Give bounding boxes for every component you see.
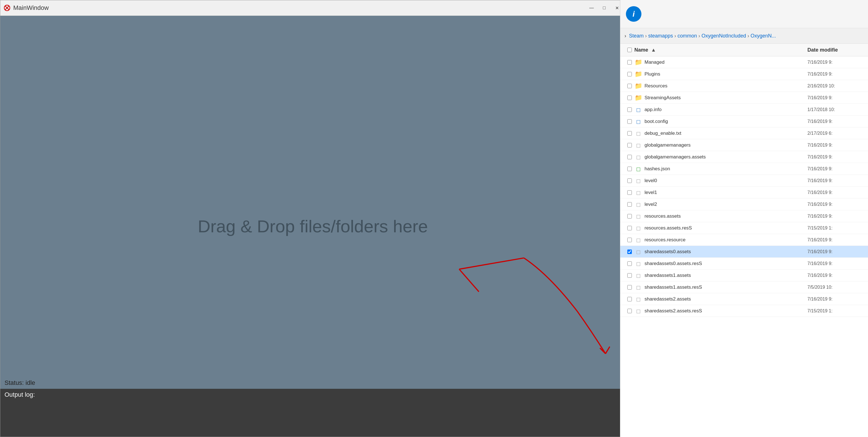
breadcrumb-steamapps[interactable]: steamapps	[648, 33, 673, 39]
select-all-checkbox[interactable]	[627, 48, 632, 52]
list-item[interactable]: ◻ resources.resource 7/16/2019 9:	[620, 234, 868, 246]
item-checkbox[interactable]	[627, 214, 632, 218]
list-item[interactable]: ◻ resources.assets 7/16/2019 9:	[620, 210, 868, 222]
svg-line-6	[606, 347, 610, 354]
item-checkbox[interactable]	[627, 119, 632, 124]
file-date: 7/16/2019 9:	[807, 178, 864, 183]
list-item[interactable]: ◻ globalgamemanagers.assets 7/16/2019 9:	[620, 151, 868, 163]
item-checkbox[interactable]	[627, 84, 632, 88]
file-checkbox[interactable]	[624, 119, 634, 124]
list-item[interactable]: ◻ sharedassets0.assets.resS 7/16/2019 9:	[620, 258, 868, 269]
item-checkbox[interactable]	[627, 72, 632, 77]
file-name: boot.config	[645, 119, 807, 124]
maximize-button[interactable]: □	[598, 3, 610, 12]
file-checkbox[interactable]	[624, 250, 634, 254]
file-checkbox[interactable]	[624, 261, 634, 266]
file-checkbox[interactable]	[624, 226, 634, 230]
list-item[interactable]: ◻ debug_enable.txt 2/17/2019 6:	[620, 127, 868, 139]
file-checkbox[interactable]	[624, 131, 634, 136]
explorer-header: i	[620, 0, 868, 28]
list-item[interactable]: 📁 StreamingAssets 7/16/2019 9:	[620, 92, 868, 104]
breadcrumb-common[interactable]: common	[678, 33, 697, 39]
item-checkbox[interactable]	[627, 131, 632, 136]
file-icon-generic: ◻	[634, 236, 642, 244]
list-item[interactable]: ◻ sharedassets1.assets 7/16/2019 9:	[620, 269, 868, 281]
breadcrumb-current[interactable]: OxygenN...	[750, 33, 776, 39]
file-name: level2	[645, 202, 807, 207]
file-list: 📁 Managed 7/16/2019 9: 📁 Plugins 7/16/20…	[620, 56, 868, 437]
list-item[interactable]: ◻ boot.config 7/16/2019 9:	[620, 116, 868, 127]
app-icon	[3, 4, 11, 12]
file-icon-green: ◻	[634, 165, 642, 173]
file-checkbox[interactable]	[624, 60, 634, 64]
file-checkbox[interactable]	[624, 95, 634, 100]
item-checkbox[interactable]	[627, 108, 632, 112]
list-item[interactable]: ◻ level2 7/16/2019 9:	[620, 199, 868, 210]
item-checkbox[interactable]	[627, 202, 632, 207]
file-checkbox[interactable]	[624, 190, 634, 195]
item-checkbox[interactable]	[627, 297, 632, 301]
item-checkbox[interactable]	[627, 285, 632, 290]
header-checkbox[interactable]	[624, 48, 634, 52]
file-checkbox[interactable]	[624, 202, 634, 207]
file-checkbox[interactable]	[624, 108, 634, 112]
item-checkbox[interactable]	[627, 178, 632, 183]
file-name: sharedassets1.assets.resS	[645, 285, 807, 290]
minimize-button[interactable]: —	[586, 3, 597, 12]
list-item[interactable]: ◻ sharedassets2.assets 7/16/2019 9:	[620, 293, 868, 305]
list-item[interactable]: 📁 Managed 7/16/2019 9:	[620, 56, 868, 68]
list-item[interactable]: 📁 Resources 2/16/2019 10:	[620, 80, 868, 92]
item-checkbox[interactable]	[627, 190, 632, 195]
file-date: 7/16/2019 9:	[807, 261, 864, 266]
item-checkbox[interactable]	[627, 238, 632, 242]
file-checkbox[interactable]	[624, 309, 634, 313]
list-item[interactable]: ◻ resources.assets.resS 7/15/2019 1:	[620, 222, 868, 234]
file-checkbox[interactable]	[624, 155, 634, 159]
drop-zone[interactable]: Drag & Drop files/folders here Status: i…	[0, 16, 625, 437]
file-icon-generic: ◻	[634, 153, 642, 161]
list-item[interactable]: ◻ sharedassets2.assets.resS 7/15/2019 1:	[620, 305, 868, 317]
list-item[interactable]: ◻ app.info 1/17/2018 10:	[620, 104, 868, 116]
folder-icon: 📁	[634, 58, 642, 66]
file-checkbox[interactable]	[624, 143, 634, 147]
item-checkbox[interactable]	[627, 155, 632, 159]
list-item[interactable]: ◻ sharedassets0.assets 7/16/2019 9:	[620, 246, 868, 258]
item-checkbox[interactable]	[627, 273, 632, 278]
file-checkbox[interactable]	[624, 285, 634, 290]
item-checkbox[interactable]	[627, 226, 632, 230]
item-checkbox[interactable]	[627, 261, 632, 266]
item-checkbox[interactable]	[627, 143, 632, 147]
list-item[interactable]: 📁 Plugins 7/16/2019 9:	[620, 68, 868, 80]
list-item[interactable]: ◻ level1 7/16/2019 9:	[620, 187, 868, 199]
file-checkbox[interactable]	[624, 167, 634, 171]
file-checkbox[interactable]	[624, 214, 634, 218]
breadcrumb-steam[interactable]: Steam	[629, 33, 644, 39]
file-icon-generic: ◻	[634, 248, 642, 256]
name-column-header[interactable]: Name ▲	[634, 47, 807, 53]
list-item[interactable]: ◻ level0 7/16/2019 9:	[620, 175, 868, 187]
file-checkbox[interactable]	[624, 84, 634, 88]
item-checkbox[interactable]	[627, 250, 632, 254]
file-name: resources.assets	[645, 213, 807, 219]
file-checkbox[interactable]	[624, 273, 634, 278]
file-checkbox[interactable]	[624, 297, 634, 301]
status-text: Status: idle	[4, 379, 35, 386]
file-date: 7/16/2019 9:	[807, 119, 864, 124]
item-checkbox[interactable]	[627, 309, 632, 313]
file-name: debug_enable.txt	[645, 130, 807, 136]
item-checkbox[interactable]	[627, 95, 632, 100]
file-icon-generic: ◻	[634, 188, 642, 197]
list-item[interactable]: ◻ hashes.json 7/16/2019 9:	[620, 163, 868, 175]
item-checkbox[interactable]	[627, 167, 632, 171]
file-checkbox[interactable]	[624, 72, 634, 77]
file-checkbox[interactable]	[624, 238, 634, 242]
file-date: 7/16/2019 9:	[807, 71, 864, 77]
breadcrumb-oni[interactable]: OxygenNotIncluded	[702, 33, 746, 39]
item-checkbox[interactable]	[627, 60, 632, 64]
list-item[interactable]: ◻ globalgamemanagers 7/16/2019 9:	[620, 139, 868, 151]
file-date: 7/16/2019 9:	[807, 190, 864, 195]
file-checkbox[interactable]	[624, 178, 634, 183]
file-date: 7/16/2019 9:	[807, 95, 864, 100]
date-column-header[interactable]: Date modifie	[807, 47, 864, 53]
list-item[interactable]: ◻ sharedassets1.assets.resS 7/5/2019 10:	[620, 281, 868, 293]
